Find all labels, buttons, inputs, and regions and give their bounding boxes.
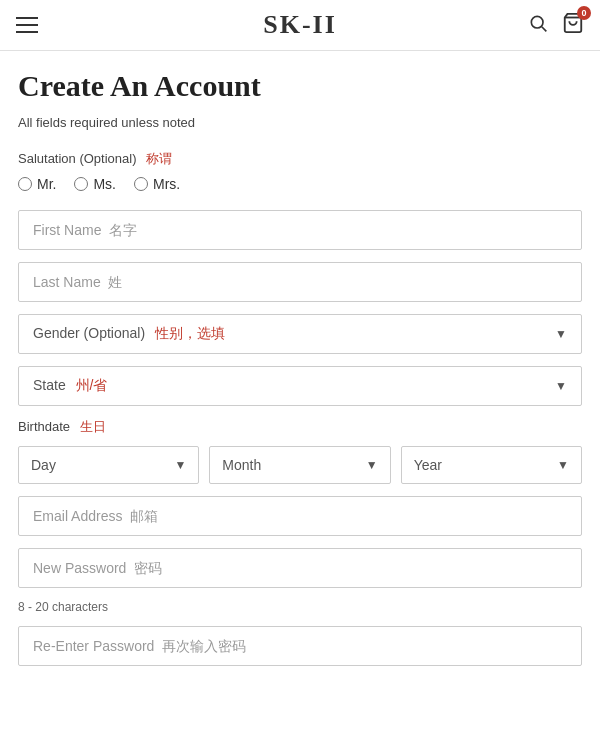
year-select-group[interactable]: Year ▼ (401, 446, 582, 484)
svg-line-1 (542, 27, 547, 32)
svg-point-0 (531, 16, 543, 28)
state-placeholder: State 州/省 (33, 377, 107, 395)
search-button[interactable] (528, 13, 548, 37)
first-name-input[interactable] (33, 222, 567, 238)
state-chinese: 州/省 (76, 377, 108, 393)
last-name-input[interactable] (33, 274, 567, 290)
hamburger-line-2 (16, 24, 38, 26)
email-field (18, 496, 582, 536)
salutation-mr-option[interactable]: Mr. (18, 176, 56, 192)
gender-chinese: 性别，选填 (155, 325, 225, 341)
first-name-field (18, 210, 582, 250)
salutation-mr-radio[interactable] (18, 177, 32, 191)
birthdate-chinese-label: 生日 (80, 419, 106, 434)
month-chevron-icon: ▼ (366, 458, 378, 472)
year-label: Year (414, 457, 442, 473)
new-password-field (18, 548, 582, 588)
hamburger-line-3 (16, 31, 38, 33)
search-icon (528, 13, 548, 33)
month-select-group[interactable]: Month ▼ (209, 446, 390, 484)
salutation-mrs-option[interactable]: Mrs. (134, 176, 180, 192)
salutation-section: Salutation (Optional) 称谓 Mr. Ms. Mrs. (18, 150, 582, 192)
year-chevron-icon: ▼ (557, 458, 569, 472)
day-select-group[interactable]: Day ▼ (18, 446, 199, 484)
gender-placeholder: Gender (Optional) 性别，选填 (33, 325, 225, 343)
hamburger-menu-button[interactable] (16, 17, 38, 33)
brand-logo[interactable]: SK-II (263, 10, 337, 40)
gender-select-group[interactable]: Gender (Optional) 性别，选填 ▼ (18, 314, 582, 354)
main-content: Create An Account All fields required un… (0, 51, 600, 708)
last-name-field (18, 262, 582, 302)
birthdate-selects-row: Day ▼ Month ▼ Year ▼ (18, 446, 582, 484)
state-select-group[interactable]: State 州/省 ▼ (18, 366, 582, 406)
day-label: Day (31, 457, 56, 473)
salutation-ms-option[interactable]: Ms. (74, 176, 116, 192)
header: SK-II 0 (0, 0, 600, 51)
salutation-mrs-radio[interactable] (134, 177, 148, 191)
salutation-label: Salutation (Optional) 称谓 (18, 150, 582, 168)
salutation-mrs-label: Mrs. (153, 176, 180, 192)
birthdate-label: Birthdate 生日 (18, 418, 582, 436)
state-chevron-icon: ▼ (555, 379, 567, 393)
cart-badge: 0 (577, 6, 591, 20)
required-note: All fields required unless noted (18, 115, 582, 130)
state-label: State (33, 377, 66, 393)
gender-label: Gender (Optional) (33, 325, 145, 341)
salutation-mr-label: Mr. (37, 176, 56, 192)
day-chevron-icon: ▼ (174, 458, 186, 472)
password-hint: 8 - 20 characters (18, 600, 582, 614)
salutation-chinese-label: 称谓 (146, 151, 172, 166)
salutation-ms-radio[interactable] (74, 177, 88, 191)
re-enter-password-field (18, 626, 582, 666)
month-label: Month (222, 457, 261, 473)
page-title: Create An Account (18, 69, 582, 103)
birthdate-section: Birthdate 生日 Day ▼ Month ▼ Year ▼ (18, 418, 582, 484)
email-input[interactable] (33, 508, 567, 524)
salutation-ms-label: Ms. (93, 176, 116, 192)
salutation-radio-group: Mr. Ms. Mrs. (18, 176, 582, 192)
gender-chevron-icon: ▼ (555, 327, 567, 341)
re-enter-password-input[interactable] (33, 638, 567, 654)
cart-button[interactable]: 0 (562, 12, 584, 38)
new-password-input[interactable] (33, 560, 567, 576)
header-actions: 0 (528, 12, 584, 38)
hamburger-line-1 (16, 17, 38, 19)
